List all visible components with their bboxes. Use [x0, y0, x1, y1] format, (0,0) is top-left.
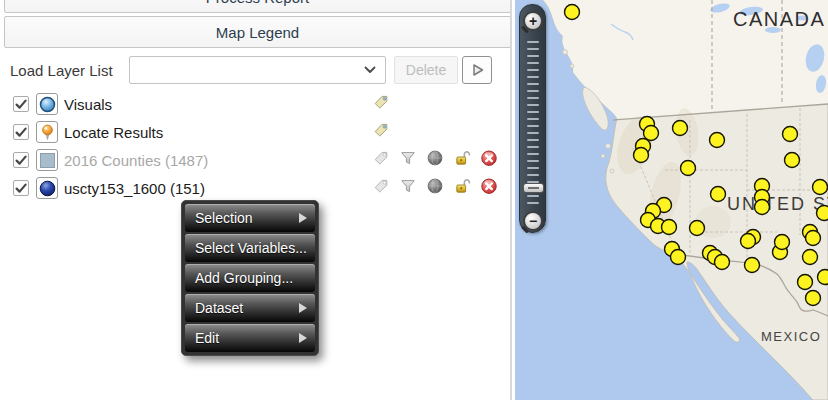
layer-label[interactable]: 2016 Counties (1487)	[64, 152, 208, 169]
visuals-checkbox[interactable]	[13, 96, 29, 112]
layer-label[interactable]: uscty153_1600 (151)	[64, 180, 205, 197]
panel-map-divider	[510, 0, 512, 400]
layer-row-locate-results[interactable]: Locate Results	[0, 118, 510, 146]
menu-item-label: Dataset	[195, 300, 243, 316]
tag-icon[interactable]	[372, 177, 390, 195]
layer-row-2016-counties[interactable]: 2016 Counties (1487)	[0, 146, 510, 174]
layer-panel: Process Report Map Legend Load Layer Lis…	[0, 0, 510, 400]
layer-context-menu: Selection Select Variables... Add Groupi…	[181, 200, 319, 356]
delete-button[interactable]: Delete	[394, 56, 458, 84]
layer-label[interactable]: Locate Results	[64, 124, 163, 141]
map-legend-label: Map Legend	[216, 24, 299, 41]
navy-sphere-icon	[38, 179, 57, 198]
layer-list: Visuals Locate Results	[0, 90, 510, 202]
counties-symbol-box[interactable]	[36, 149, 58, 171]
submenu-arrow-icon	[299, 333, 307, 343]
locate-results-checkbox[interactable]	[13, 124, 29, 140]
checkmark-icon	[14, 97, 28, 111]
zoom-slider[interactable]: + −	[519, 4, 546, 233]
unlock-icon[interactable]	[453, 149, 471, 167]
tag-icon[interactable]	[372, 93, 390, 111]
submenu-arrow-icon	[299, 213, 307, 223]
zoom-slider-thumb[interactable]	[523, 183, 544, 193]
menu-item-select-variables[interactable]: Select Variables...	[185, 234, 315, 262]
menu-item-dataset[interactable]: Dataset	[185, 294, 315, 322]
tag-icon[interactable]	[372, 149, 390, 167]
checkmark-icon	[14, 181, 28, 195]
zoom-out-button[interactable]: −	[523, 211, 543, 231]
tag-icon[interactable]	[372, 121, 390, 139]
layer-row-uscty153[interactable]: uscty153_1600 (151)	[0, 174, 510, 202]
checkmark-icon	[14, 153, 28, 167]
process-report-button[interactable]: Process Report	[4, 0, 511, 13]
menu-item-edit[interactable]: Edit	[185, 324, 315, 352]
blue-sphere-icon	[38, 95, 57, 114]
layer-row-visuals[interactable]: Visuals	[0, 90, 510, 118]
checkmark-icon	[14, 125, 28, 139]
locate-results-symbol-box[interactable]	[36, 121, 58, 143]
globe-icon[interactable]	[426, 149, 444, 167]
pushpin-icon	[38, 123, 57, 142]
process-report-label: Process Report	[206, 0, 309, 6]
counties-checkbox[interactable]	[13, 152, 29, 168]
filter-icon[interactable]	[399, 177, 417, 195]
light-blue-square-icon	[38, 151, 57, 170]
menu-item-label: Select Variables...	[195, 240, 307, 256]
submenu-arrow-icon	[299, 303, 307, 313]
canada-label: CANADA	[733, 8, 825, 30]
play-icon	[468, 61, 486, 79]
menu-item-label: Edit	[195, 330, 219, 346]
menu-item-label: Selection	[195, 210, 253, 226]
layer-list-dropdown[interactable]	[129, 56, 386, 84]
chevron-down-icon	[364, 66, 376, 74]
map-legend-button[interactable]: Map Legend	[4, 16, 511, 48]
globe-icon[interactable]	[426, 177, 444, 195]
layer-label[interactable]: Visuals	[64, 96, 112, 113]
map-viewport[interactable]: CANADA UNITED STATES MEXICO + −	[515, 0, 828, 400]
visuals-symbol-box[interactable]	[36, 93, 58, 115]
remove-icon[interactable]	[480, 177, 498, 195]
zoom-in-button[interactable]: +	[523, 11, 543, 31]
filter-icon[interactable]	[399, 149, 417, 167]
run-layer-list-button[interactable]	[462, 56, 492, 84]
load-layer-list-row: Load Layer List Delete	[0, 56, 510, 86]
load-layer-list-label: Load Layer List	[10, 62, 113, 79]
united-states-label: UNITED STATES	[727, 194, 828, 214]
plus-icon: +	[529, 14, 537, 28]
unlock-icon[interactable]	[453, 177, 471, 195]
mexico-label: MEXICO	[761, 329, 821, 344]
menu-item-selection[interactable]: Selection	[185, 204, 315, 232]
menu-item-add-grouping[interactable]: Add Grouping...	[185, 264, 315, 292]
remove-icon[interactable]	[480, 149, 498, 167]
minus-icon: −	[529, 214, 537, 228]
menu-item-label: Add Grouping...	[195, 270, 293, 286]
map-canvas[interactable]: CANADA UNITED STATES MEXICO	[515, 0, 828, 400]
uscty-checkbox[interactable]	[13, 180, 29, 196]
magnifier-handle	[521, 26, 529, 34]
uscty-symbol-box[interactable]	[36, 177, 58, 199]
delete-label: Delete	[406, 62, 446, 78]
